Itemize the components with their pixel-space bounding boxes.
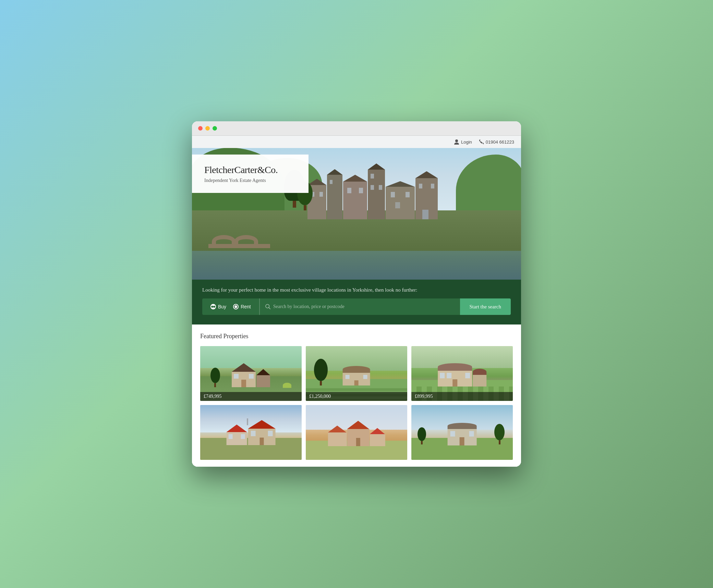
svg-point-0 [455,139,458,142]
search-input[interactable] [273,304,455,309]
search-icon [265,304,270,309]
property-card-3[interactable]: £899,995 [411,346,513,401]
login-label: Login [461,139,472,145]
price-badge-3: £899,995 [411,392,513,401]
property-card-5[interactable] [306,405,407,460]
property-image-1: £749,995 [200,346,302,401]
buy-label: Buy [218,304,226,309]
logo-box: FletcherCarter&Co. Independent York Esta… [192,155,309,193]
property-card-2[interactable]: £1,250,000 [306,346,407,401]
featured-title: Featured Properties [200,333,513,340]
price-1: £749,995 [204,394,222,399]
person-icon [454,139,459,145]
property-card-4[interactable] [200,405,302,460]
price-2: £1,250,000 [309,394,331,399]
bridge [208,229,270,248]
top-bar: Login 01904 661223 [192,136,521,148]
browser-chrome [192,121,521,136]
buy-radio[interactable] [210,304,216,309]
close-button[interactable] [198,126,203,131]
buy-option[interactable]: Buy [208,304,229,309]
hero-section: Login 01904 661223 FletcherCarter&Co. In… [192,136,521,280]
rent-option[interactable]: Rent [230,304,254,309]
browser-window: Login 01904 661223 FletcherCarter&Co. In… [192,121,521,467]
search-bar: Buy Rent Start the search [202,298,511,315]
search-tagline: Looking for your perfect home in the mos… [202,287,511,293]
svg-line-2 [269,308,270,309]
search-section: Looking for your perfect home in the mos… [192,280,521,324]
maximize-button[interactable] [213,126,217,131]
logo-title: FletcherCarter&Co. [204,164,296,176]
browser-content: Login 01904 661223 FletcherCarter&Co. In… [192,136,521,467]
buildings-group [307,144,521,219]
logo-subtitle: Independent York Estate Agents [204,178,296,183]
river [192,251,521,280]
property-image-6 [411,405,513,460]
rent-label: Rent [241,304,251,309]
property-image-4 [200,405,302,460]
search-input-area [260,304,460,309]
price-3: £899,995 [415,394,433,399]
price-badge-2: £1,250,000 [306,392,407,401]
property-image-2: £1,250,000 [306,346,407,401]
price-badge-1: £749,995 [200,392,302,401]
svg-point-1 [266,304,269,308]
properties-grid: £749,995 [200,346,513,460]
phone-label: 01904 661223 [486,139,514,145]
property-card-1[interactable]: £749,995 [200,346,302,401]
property-image-5 [306,405,407,460]
search-type-selector: Buy Rent [202,298,259,315]
phone-link[interactable]: 01904 661223 [479,139,514,145]
minimize-button[interactable] [205,126,210,131]
login-link[interactable]: Login [454,139,472,145]
search-button[interactable]: Start the search [460,298,511,315]
property-image-3: £899,995 [411,346,513,401]
rent-radio[interactable] [233,304,239,309]
phone-icon [479,139,484,144]
featured-section: Featured Properties [192,324,521,467]
property-card-6[interactable] [411,405,513,460]
